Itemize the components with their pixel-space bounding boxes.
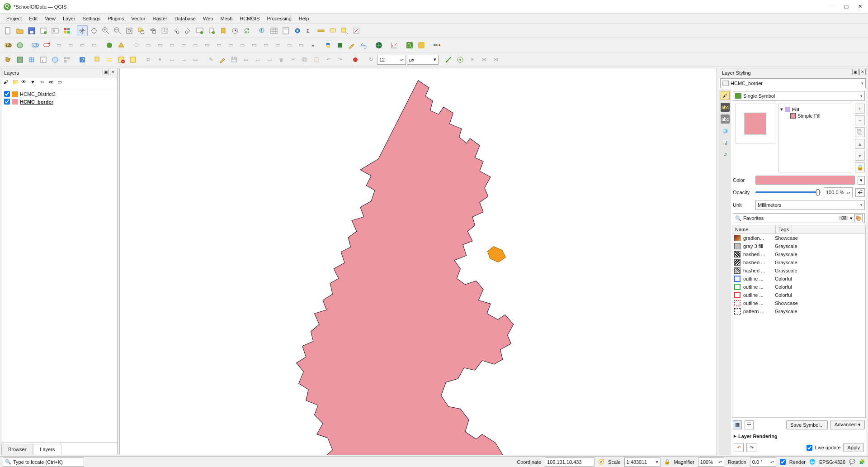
list-view-button[interactable]: ☰ <box>745 420 754 429</box>
menu-view[interactable]: View <box>42 15 58 22</box>
layer-checkbox[interactable] <box>4 99 10 105</box>
search-clear-icon[interactable]: ⌫ <box>839 216 848 220</box>
menu-edit[interactable]: Edit <box>26 15 40 22</box>
layout-manager-icon[interactable] <box>50 25 61 36</box>
menu-processing[interactable]: Processing <box>264 15 294 22</box>
zoom-out-icon[interactable] <box>112 25 123 36</box>
select-all-icon[interactable] <box>127 54 138 65</box>
quickosm-query-icon[interactable] <box>416 40 427 51</box>
lock-symbol-layer-button[interactable]: 🔒 <box>855 162 865 172</box>
add-wms-icon[interactable] <box>50 54 61 65</box>
duplicate-symbol-layer-button[interactable]: ⿻ <box>855 127 865 137</box>
style-manager-button[interactable]: 🎨 <box>854 214 863 222</box>
add-group-icon[interactable]: 📁 <box>12 79 19 86</box>
3dview-tab-icon[interactable]: 🧊 <box>721 126 730 135</box>
new-map-view-icon[interactable] <box>194 25 205 36</box>
symbol-item[interactable]: hashed ...Grayscale <box>732 250 865 258</box>
layer-rendering-section[interactable]: ▸ Layer Rendering <box>732 431 866 441</box>
opacity-slider[interactable] <box>755 191 821 193</box>
scale-lock-icon[interactable]: 🔒 <box>664 459 670 465</box>
add-xyz-icon[interactable] <box>61 54 72 65</box>
symbol-item[interactable]: outline ...Colorful <box>732 275 865 283</box>
tab-layers[interactable]: Layers <box>33 444 61 455</box>
locator-input[interactable]: 🔍 Type to locate (Ctrl+K) <box>3 457 84 467</box>
style-manager-icon[interactable] <box>61 25 72 36</box>
quickosm-icon[interactable] <box>404 40 415 51</box>
georeferencer-icon[interactable] <box>443 54 454 65</box>
python-console-icon[interactable] <box>323 40 334 51</box>
magnifier-input[interactable]: 100%▴▾ <box>698 457 724 467</box>
segment-unit-select[interactable]: px▾ <box>407 55 439 65</box>
toolbar-overflow-icon[interactable]: » <box>307 40 318 51</box>
color-scale-icon[interactable] <box>431 40 442 51</box>
save-symbol-button[interactable]: Save Symbol... <box>786 420 828 429</box>
crs-button[interactable]: EPSG:4326 <box>819 459 845 465</box>
data-defined-opacity-button[interactable]: ⋲ <box>855 188 865 197</box>
symbol-item[interactable]: hashed ...Grayscale <box>732 258 865 267</box>
new-print-layout-icon[interactable] <box>38 25 49 36</box>
symbol-layer-tree[interactable]: ▾ Fill Simple Fill <box>778 104 851 172</box>
moveup-symbol-layer-button[interactable]: ▴ <box>855 139 865 149</box>
undo-dropdown-icon[interactable] <box>358 40 369 51</box>
styling-close-button[interactable]: ✕ <box>859 69 866 75</box>
label-pin-icon[interactable] <box>42 40 52 51</box>
extents-icon[interactable]: 🧭 <box>598 459 604 465</box>
add-raster-icon[interactable] <box>14 54 25 65</box>
masks-tab-icon[interactable]: abc <box>721 114 730 124</box>
symbol-library-list[interactable]: Name Tags gradien...Showcase gray 3 fill… <box>732 225 866 418</box>
plugin-manager-icon[interactable] <box>335 40 345 51</box>
menu-settings[interactable]: Settings <box>80 15 103 22</box>
icon-view-button[interactable]: ▦ <box>733 420 742 429</box>
filter-legend-icon[interactable]: ▼ <box>30 79 38 86</box>
diagrams-tab-icon[interactable]: 📊 <box>721 138 730 147</box>
manage-visibility-icon[interactable]: 👁 <box>21 79 28 86</box>
layer-checkbox[interactable] <box>4 91 10 97</box>
processing-toolbox-icon[interactable] <box>292 25 303 36</box>
labels-tab-icon[interactable]: abc <box>721 103 730 112</box>
zoom-layer-icon[interactable] <box>147 25 158 36</box>
tree-collapse-icon[interactable]: ▾ <box>780 106 783 112</box>
messages-icon[interactable]: 💬 <box>849 459 855 465</box>
label-highlight-icon[interactable]: abc <box>30 40 41 51</box>
osm-icon[interactable] <box>373 40 384 51</box>
add-delimited-icon[interactable]: , <box>38 54 49 65</box>
edit-dropdown-icon[interactable] <box>346 40 357 51</box>
style-redo-button[interactable]: ↷ <box>746 443 756 452</box>
tracing-icon[interactable]: ▭ <box>190 54 201 65</box>
menu-vector[interactable]: Vector <box>128 15 148 22</box>
deselect-icon[interactable] <box>351 25 362 36</box>
deselect-all-icon[interactable] <box>116 54 127 65</box>
opacity-value-input[interactable]: 100.0 %▴▾ <box>824 187 853 197</box>
crs-icon[interactable]: 🌐 <box>809 459 816 465</box>
zoom-last-icon[interactable] <box>171 25 182 36</box>
select-features-dropdown-icon[interactable] <box>92 54 103 65</box>
close-button[interactable]: ✕ <box>857 4 863 10</box>
select-dropdown-icon[interactable] <box>339 25 350 36</box>
map-canvas[interactable] <box>119 68 717 455</box>
label-layer-icon[interactable]: abc <box>3 40 14 51</box>
new-bookmark-icon[interactable] <box>206 25 217 36</box>
tree-node-fill[interactable]: ▾ Fill <box>780 106 849 113</box>
statistics-icon[interactable]: Σ <box>304 25 315 36</box>
symbol-item[interactable]: hashed ...Grayscale <box>732 267 865 275</box>
color-dropdown-button[interactable]: ▾ <box>858 176 865 185</box>
symbology-tab-icon[interactable]: 🖌 <box>721 91 730 100</box>
collapse-all-icon[interactable]: ≪ <box>48 79 56 86</box>
measure-icon[interactable] <box>316 25 326 36</box>
maximize-button[interactable]: ▢ <box>844 4 849 10</box>
snapping-intersect-icon[interactable]: ▭ <box>178 54 189 65</box>
toggle-editing-icon[interactable] <box>217 54 228 65</box>
symbol-search-input[interactable]: 🔍 Favorites ⌫ ▾ 🎨 <box>733 213 865 223</box>
styling-layer-select[interactable]: HCMC_border ▾ <box>720 78 866 88</box>
pan-to-selection-icon[interactable] <box>89 25 99 36</box>
remove-symbol-layer-button[interactable]: － <box>855 115 865 125</box>
refresh-icon[interactable] <box>241 25 252 36</box>
snapping-icon[interactable]: ⧉ <box>143 54 154 65</box>
new-geopackage-icon[interactable] <box>104 40 115 51</box>
menu-database[interactable]: Database <box>172 15 198 22</box>
symbol-item[interactable]: gradien...Showcase <box>732 234 865 242</box>
zoom-next-icon[interactable] <box>183 25 193 36</box>
movedown-symbol-layer-button[interactable]: ▾ <box>855 151 865 161</box>
snapping-dropdown-icon[interactable]: ▾ <box>155 54 165 65</box>
zoom-selection-icon[interactable] <box>136 25 146 36</box>
